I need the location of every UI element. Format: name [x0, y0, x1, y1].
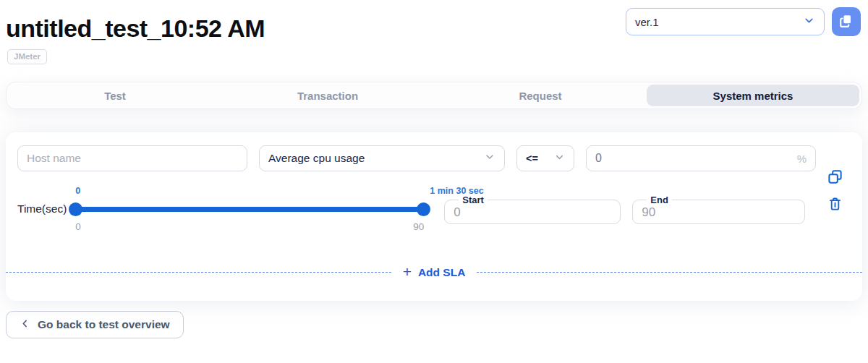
dashed-divider [477, 272, 862, 273]
end-field: End [632, 195, 805, 224]
header-actions: ver.1 [626, 7, 861, 36]
chevron-down-icon [554, 152, 565, 165]
end-field-label: End [647, 195, 672, 205]
copy-icon [838, 13, 854, 31]
chevron-left-icon [20, 318, 30, 332]
slider-handle-end[interactable] [417, 202, 430, 216]
chevron-down-icon [484, 151, 495, 166]
metric-select-value: Average cpu usage [268, 152, 365, 165]
tab-request[interactable]: Request [434, 85, 647, 106]
sla-card: Average cpu usage <= % [6, 132, 862, 301]
threshold-field: % [586, 145, 816, 171]
slider-min-value-label: 0 [75, 186, 80, 196]
jmeter-badge: JMeter [7, 49, 47, 64]
time-range-slider: 0 1 min 30 sec 0 90 [75, 186, 424, 232]
start-input[interactable] [454, 205, 613, 220]
go-back-label: Go back to test overview [38, 318, 170, 331]
add-sla-label: Add SLA [418, 266, 465, 279]
plus-icon: + [403, 264, 412, 279]
time-slider-row: Time(sec) 0 1 min 30 sec 0 90 Start End [6, 186, 862, 232]
operator-select[interactable]: <= [516, 145, 574, 171]
page: untitled_test_10:52 AM JMeter ver.1 Test… [0, 0, 868, 338]
tab-system-metrics[interactable]: System metrics [647, 85, 859, 106]
end-input[interactable] [642, 205, 797, 220]
chevron-down-icon [803, 14, 815, 29]
tab-test[interactable]: Test [9, 85, 221, 106]
go-back-button[interactable]: Go back to test overview [6, 311, 184, 338]
operator-select-value: <= [526, 153, 538, 164]
add-sla-button[interactable]: + Add SLA [403, 265, 466, 279]
sla-form-row: Average cpu usage <= % [6, 145, 862, 171]
tab-transaction[interactable]: Transaction [221, 85, 434, 106]
header: untitled_test_10:52 AM JMeter ver.1 [6, 0, 862, 64]
add-sla-row: + Add SLA [6, 265, 862, 279]
trash-icon [827, 203, 843, 214]
version-select[interactable]: ver.1 [626, 8, 825, 35]
duplicate-sla-button[interactable] [827, 168, 843, 185]
percent-unit-label: % [797, 153, 807, 165]
host-name-field [17, 145, 247, 171]
slider-min-tick-label: 0 [75, 221, 81, 232]
delete-sla-button[interactable] [827, 196, 843, 212]
dashed-divider [6, 272, 391, 273]
host-name-input[interactable] [27, 152, 238, 165]
slider-handle-start[interactable] [69, 202, 82, 216]
threshold-input[interactable] [595, 152, 797, 165]
slider-max-tick-label: 90 [413, 221, 424, 232]
version-select-value: ver.1 [635, 16, 659, 28]
slider-track[interactable] [75, 207, 424, 212]
slider-max-value-label: 1 min 30 sec [430, 186, 483, 196]
tabbar: Test Transaction Request System metrics [6, 82, 862, 109]
time-slider-label: Time(sec) [17, 202, 67, 215]
metric-select[interactable]: Average cpu usage [259, 145, 505, 171]
start-field: Start [444, 195, 621, 224]
duplicate-icon [827, 176, 843, 187]
sla-row-actions [827, 168, 843, 212]
copy-version-button[interactable] [832, 7, 861, 36]
